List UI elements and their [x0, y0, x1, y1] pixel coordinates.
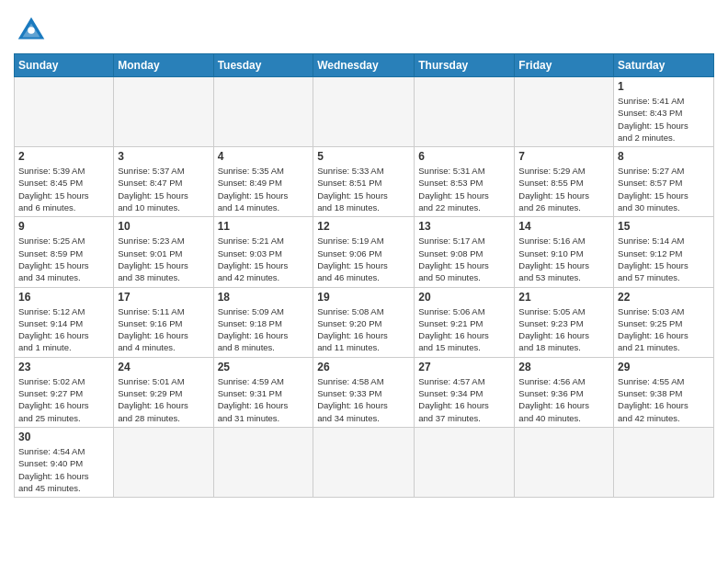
calendar-week-4: 16Sunrise: 5:12 AM Sunset: 9:14 PM Dayli… — [15, 287, 714, 357]
calendar-cell — [114, 77, 213, 147]
calendar-cell: 26Sunrise: 4:58 AM Sunset: 9:33 PM Dayli… — [313, 357, 415, 427]
calendar-cell: 4Sunrise: 5:35 AM Sunset: 8:49 PM Daylig… — [213, 147, 313, 217]
weekday-header-tuesday: Tuesday — [213, 54, 313, 77]
calendar-cell: 23Sunrise: 5:02 AM Sunset: 9:27 PM Dayli… — [15, 357, 114, 427]
calendar-cell: 16Sunrise: 5:12 AM Sunset: 9:14 PM Dayli… — [15, 287, 114, 357]
day-info: Sunrise: 5:06 AM Sunset: 9:21 PM Dayligh… — [418, 305, 510, 354]
day-number: 19 — [317, 291, 410, 304]
calendar-cell: 24Sunrise: 5:01 AM Sunset: 9:29 PM Dayli… — [114, 357, 213, 427]
calendar-cell: 2Sunrise: 5:39 AM Sunset: 8:45 PM Daylig… — [15, 147, 114, 217]
calendar-cell: 29Sunrise: 4:55 AM Sunset: 9:38 PM Dayli… — [614, 357, 714, 427]
day-info: Sunrise: 5:31 AM Sunset: 8:53 PM Dayligh… — [418, 165, 510, 213]
logo — [14, 13, 52, 48]
day-number: 5 — [317, 150, 410, 163]
day-info: Sunrise: 5:25 AM Sunset: 8:59 PM Dayligh… — [18, 235, 109, 283]
day-info: Sunrise: 4:55 AM Sunset: 9:38 PM Dayligh… — [618, 375, 710, 424]
weekday-header-sunday: Sunday — [15, 54, 114, 77]
calendar-table: SundayMondayTuesdayWednesdayThursdayFrid… — [14, 53, 714, 498]
calendar-cell: 5Sunrise: 5:33 AM Sunset: 8:51 PM Daylig… — [313, 147, 415, 217]
day-info: Sunrise: 4:54 AM Sunset: 9:40 PM Dayligh… — [18, 445, 109, 494]
day-info: Sunrise: 5:12 AM Sunset: 9:14 PM Dayligh… — [18, 305, 109, 354]
calendar-cell: 19Sunrise: 5:08 AM Sunset: 9:20 PM Dayli… — [313, 287, 415, 357]
day-number: 27 — [418, 361, 510, 373]
day-info: Sunrise: 5:11 AM Sunset: 9:16 PM Dayligh… — [118, 305, 209, 354]
calendar-cell — [114, 427, 213, 497]
calendar-cell: 14Sunrise: 5:16 AM Sunset: 9:10 PM Dayli… — [515, 217, 614, 287]
day-number: 26 — [317, 361, 410, 373]
day-info: Sunrise: 5:41 AM Sunset: 8:43 PM Dayligh… — [618, 95, 710, 144]
calendar-cell: 17Sunrise: 5:11 AM Sunset: 9:16 PM Dayli… — [114, 287, 213, 357]
day-info: Sunrise: 5:01 AM Sunset: 9:29 PM Dayligh… — [118, 375, 209, 424]
day-info: Sunrise: 4:59 AM Sunset: 9:31 PM Dayligh… — [218, 375, 310, 424]
weekday-header-row: SundayMondayTuesdayWednesdayThursdayFrid… — [15, 54, 714, 77]
day-number: 30 — [18, 431, 109, 443]
day-number: 17 — [118, 291, 209, 304]
svg-point-2 — [28, 27, 35, 34]
day-info: Sunrise: 5:35 AM Sunset: 8:49 PM Dayligh… — [218, 165, 310, 213]
header — [14, 9, 714, 48]
day-number: 21 — [518, 291, 609, 304]
day-number: 14 — [518, 220, 609, 233]
day-number: 15 — [618, 220, 710, 233]
calendar-week-6: 30Sunrise: 4:54 AM Sunset: 9:40 PM Dayli… — [15, 427, 714, 497]
calendar-cell: 11Sunrise: 5:21 AM Sunset: 9:03 PM Dayli… — [213, 217, 313, 287]
calendar-cell — [614, 427, 714, 497]
calendar-cell: 13Sunrise: 5:17 AM Sunset: 9:08 PM Dayli… — [415, 217, 515, 287]
calendar-cell — [515, 427, 614, 497]
day-info: Sunrise: 5:19 AM Sunset: 9:06 PM Dayligh… — [317, 235, 410, 283]
day-number: 9 — [18, 220, 109, 233]
day-info: Sunrise: 5:37 AM Sunset: 8:47 PM Dayligh… — [118, 165, 209, 213]
day-number: 1 — [618, 80, 710, 93]
calendar-cell: 22Sunrise: 5:03 AM Sunset: 9:25 PM Dayli… — [614, 287, 714, 357]
day-number: 25 — [218, 361, 310, 373]
calendar-cell: 18Sunrise: 5:09 AM Sunset: 9:18 PM Dayli… — [213, 287, 313, 357]
logo-icon — [14, 13, 49, 48]
day-info: Sunrise: 5:29 AM Sunset: 8:55 PM Dayligh… — [518, 165, 609, 213]
calendar-cell — [415, 427, 515, 497]
calendar-cell: 9Sunrise: 5:25 AM Sunset: 8:59 PM Daylig… — [15, 217, 114, 287]
day-number: 13 — [418, 220, 510, 233]
calendar-cell — [313, 77, 415, 147]
day-info: Sunrise: 4:56 AM Sunset: 9:36 PM Dayligh… — [518, 375, 609, 424]
day-info: Sunrise: 5:08 AM Sunset: 9:20 PM Dayligh… — [317, 305, 410, 354]
day-number: 12 — [317, 220, 410, 233]
day-info: Sunrise: 4:58 AM Sunset: 9:33 PM Dayligh… — [317, 375, 410, 424]
weekday-header-wednesday: Wednesday — [313, 54, 415, 77]
day-number: 2 — [18, 150, 109, 163]
calendar-cell — [213, 427, 313, 497]
calendar-cell: 21Sunrise: 5:05 AM Sunset: 9:23 PM Dayli… — [515, 287, 614, 357]
calendar-cell: 6Sunrise: 5:31 AM Sunset: 8:53 PM Daylig… — [415, 147, 515, 217]
day-number: 6 — [418, 150, 510, 163]
day-number: 23 — [18, 361, 109, 373]
calendar-cell: 30Sunrise: 4:54 AM Sunset: 9:40 PM Dayli… — [15, 427, 114, 497]
calendar-week-1: 1Sunrise: 5:41 AM Sunset: 8:43 PM Daylig… — [15, 77, 714, 147]
day-info: Sunrise: 5:21 AM Sunset: 9:03 PM Dayligh… — [218, 235, 310, 283]
day-number: 11 — [218, 220, 310, 233]
calendar-cell — [313, 427, 415, 497]
calendar-cell: 1Sunrise: 5:41 AM Sunset: 8:43 PM Daylig… — [614, 77, 714, 147]
calendar-cell — [415, 77, 515, 147]
calendar-cell: 8Sunrise: 5:27 AM Sunset: 8:57 PM Daylig… — [614, 147, 714, 217]
calendar-cell — [213, 77, 313, 147]
calendar-week-3: 9Sunrise: 5:25 AM Sunset: 8:59 PM Daylig… — [15, 217, 714, 287]
day-number: 7 — [518, 150, 609, 163]
day-info: Sunrise: 5:05 AM Sunset: 9:23 PM Dayligh… — [518, 305, 609, 354]
calendar-cell: 15Sunrise: 5:14 AM Sunset: 9:12 PM Dayli… — [614, 217, 714, 287]
day-info: Sunrise: 5:17 AM Sunset: 9:08 PM Dayligh… — [418, 235, 510, 283]
day-info: Sunrise: 5:14 AM Sunset: 9:12 PM Dayligh… — [618, 235, 710, 283]
calendar-cell: 25Sunrise: 4:59 AM Sunset: 9:31 PM Dayli… — [213, 357, 313, 427]
calendar-week-2: 2Sunrise: 5:39 AM Sunset: 8:45 PM Daylig… — [15, 147, 714, 217]
calendar-cell: 12Sunrise: 5:19 AM Sunset: 9:06 PM Dayli… — [313, 217, 415, 287]
day-number: 24 — [118, 361, 209, 373]
day-number: 4 — [218, 150, 310, 163]
day-info: Sunrise: 5:09 AM Sunset: 9:18 PM Dayligh… — [218, 305, 310, 354]
day-info: Sunrise: 5:27 AM Sunset: 8:57 PM Dayligh… — [618, 165, 710, 213]
calendar-cell: 20Sunrise: 5:06 AM Sunset: 9:21 PM Dayli… — [415, 287, 515, 357]
calendar-cell: 28Sunrise: 4:56 AM Sunset: 9:36 PM Dayli… — [515, 357, 614, 427]
day-info: Sunrise: 4:57 AM Sunset: 9:34 PM Dayligh… — [418, 375, 510, 424]
day-number: 18 — [218, 291, 310, 304]
weekday-header-friday: Friday — [515, 54, 614, 77]
day-number: 22 — [618, 291, 710, 304]
day-info: Sunrise: 5:16 AM Sunset: 9:10 PM Dayligh… — [518, 235, 609, 283]
day-info: Sunrise: 5:23 AM Sunset: 9:01 PM Dayligh… — [118, 235, 209, 283]
